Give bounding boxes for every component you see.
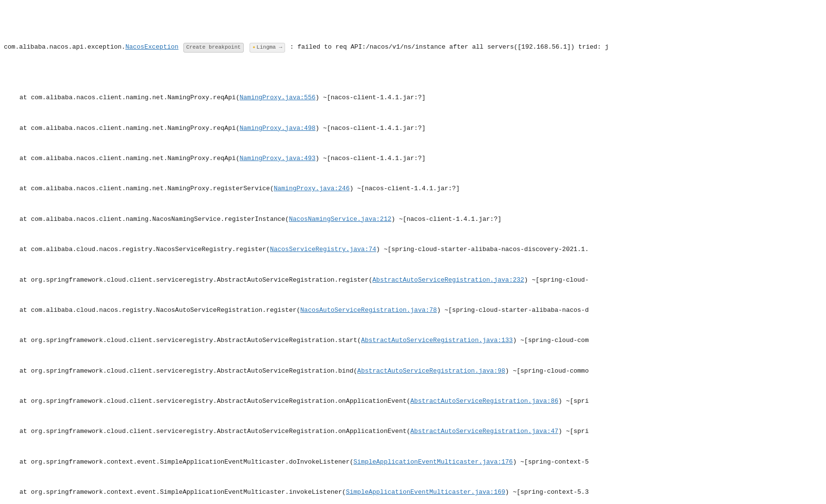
stack-line-4: at com.alibaba.nacos.client.naming.net.N…: [4, 184, 822, 194]
stack-line-14: at org.springframework.context.event.Sim…: [4, 487, 822, 498]
link-14[interactable]: SimpleApplicationEventMulticaster.java:1…: [346, 488, 505, 496]
stack-line-9: at org.springframework.cloud.client.serv…: [4, 336, 822, 346]
link-13[interactable]: SimpleApplicationEventMulticaster.java:1…: [354, 458, 513, 466]
link-11[interactable]: AbstractAutoServiceRegistration.java:86: [411, 397, 558, 405]
stack-line-2: at com.alibaba.nacos.client.naming.net.N…: [4, 124, 822, 134]
stack-line-3: at com.alibaba.nacos.client.naming.net.N…: [4, 154, 822, 164]
link-8[interactable]: NacosAutoServiceRegistration.java:78: [300, 306, 437, 314]
exception-pre-text: com.alibaba.nacos.api.exception.: [4, 43, 126, 51]
stack-line-12: at org.springframework.cloud.client.serv…: [4, 427, 822, 437]
link-6[interactable]: NacosServiceRegistry.java:74: [270, 246, 376, 253]
stack-line-11: at org.springframework.cloud.client.serv…: [4, 396, 822, 407]
stack-line-5: at com.alibaba.nacos.client.naming.Nacos…: [4, 215, 822, 225]
exception-message: : failed to req API:/nacos/v1/ns/instanc…: [290, 43, 609, 51]
link-4[interactable]: NamingProxy.java:246: [274, 185, 350, 192]
lingma-icon: ✦: [252, 44, 256, 50]
stack-line-6: at com.alibaba.cloud.nacos.registry.Naco…: [4, 245, 822, 255]
stack-line-1: at com.alibaba.nacos.client.naming.net.N…: [4, 93, 822, 103]
lingma-badge[interactable]: ✦Lingma →: [250, 43, 285, 53]
link-5[interactable]: NacosNamingService.java:212: [289, 216, 392, 223]
exception-header-line: com.alibaba.nacos.api.exception.NacosExc…: [4, 42, 822, 53]
link-1[interactable]: NamingProxy.java:556: [239, 94, 315, 101]
arrow-icon: →: [279, 44, 283, 50]
stack-trace-container: com.alibaba.nacos.api.exception.NacosExc…: [0, 0, 826, 504]
stack-line-10: at org.springframework.cloud.client.serv…: [4, 366, 822, 377]
stack-line-7: at org.springframework.cloud.client.serv…: [4, 275, 822, 286]
link-9[interactable]: AbstractAutoServiceRegistration.java:133: [361, 337, 513, 344]
create-breakpoint-badge[interactable]: Create breakpoint: [183, 43, 244, 53]
stack-line-8: at com.alibaba.cloud.nacos.registry.Naco…: [4, 306, 822, 316]
link-12[interactable]: AbstractAutoServiceRegistration.java:47: [411, 428, 558, 435]
link-2[interactable]: NamingProxy.java:498: [239, 125, 315, 132]
exception-class-link[interactable]: NacosException: [126, 43, 179, 51]
link-7[interactable]: AbstractAutoServiceRegistration.java:232: [373, 276, 524, 284]
stack-line-13: at org.springframework.context.event.Sim…: [4, 457, 822, 468]
link-10[interactable]: AbstractAutoServiceRegistration.java:98: [357, 367, 505, 375]
link-3[interactable]: NamingProxy.java:493: [239, 155, 315, 162]
